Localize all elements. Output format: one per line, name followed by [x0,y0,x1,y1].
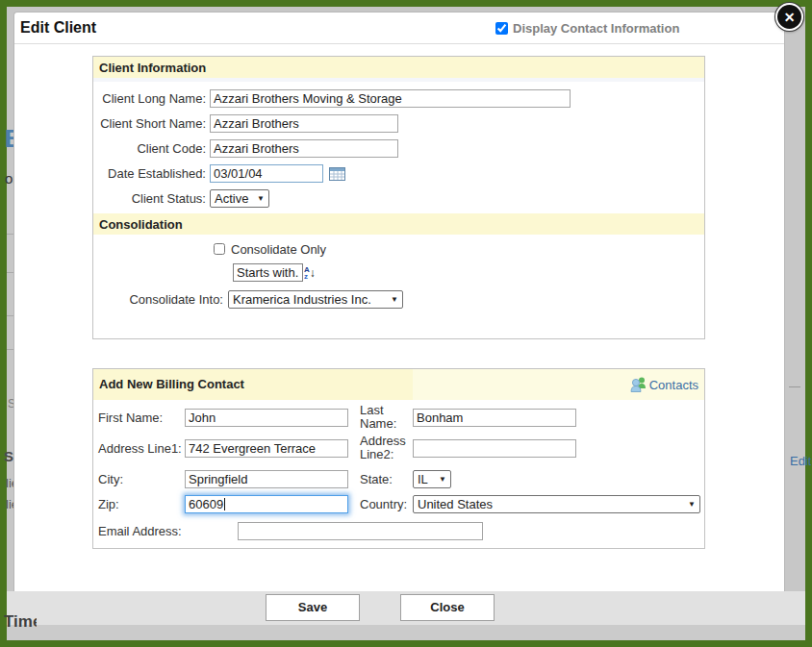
address-line1-label: Address Line1: [98,441,185,456]
date-established-row: Date Established: [98,164,704,182]
billing-contact-section: Add New Billing Contact Contacts [92,368,705,549]
first-name-label: First Name: [98,411,185,425]
first-name-input[interactable] [185,409,348,427]
client-status-value: Active [215,191,248,206]
chevron-down-icon: ▼ [439,475,446,484]
consolidate-only-checkbox[interactable] [214,243,225,255]
client-code-label: Client Code: [98,141,210,156]
address-line2-label: Address Line2: [360,435,413,461]
background-dash [789,386,800,387]
city-input[interactable] [185,470,348,488]
modal-footer-band: Save Close [7,591,805,625]
close-button[interactable]: Close [400,594,495,621]
consolidation-header: Consolidation [93,213,704,235]
state-select[interactable]: IL ▼ [413,470,451,488]
text-cursor [224,498,225,510]
consolidate-into-select[interactable]: Kramerica Industries Inc. ▼ [228,290,403,309]
calendar-icon[interactable] [329,166,345,181]
background-time-heading: Time [4,612,37,632]
contacts-link[interactable]: Contacts [629,376,698,392]
client-status-label: Client Status: [98,191,210,206]
app-viewport: Br on S Sta lie lie Edit Save Close Time… [0,0,812,647]
address-line2-input[interactable] [413,439,576,458]
starts-with-input[interactable] [233,263,303,282]
city-label: City: [98,472,185,486]
country-select[interactable]: United States ▼ [413,495,700,513]
country-value: United States [418,497,493,511]
billing-contact-header-right: Contacts [413,369,704,400]
close-icon: ✕ [784,10,796,25]
consolidate-into-label: Consolidate Into: [93,292,228,307]
state-label: State: [360,473,413,486]
address-row: Address Line1: Address Line2: [98,435,576,461]
consolidate-into-row: Consolidate Into: Kramerica Industries I… [93,290,704,309]
client-information-header: Client Information [93,57,704,78]
last-name-label: Last Name: [360,404,413,431]
email-label: Email Address: [98,524,238,538]
contacts-link-label: Contacts [649,378,698,392]
zip-value: 60609 [189,497,223,511]
dialog-close-button[interactable]: ✕ [775,3,803,31]
display-contact-option: Display Contact Information [495,21,679,36]
date-established-label: Date Established: [98,166,210,181]
client-status-select[interactable]: Active ▼ [210,189,269,208]
consolidate-only-label: Consolidate Only [231,242,326,257]
chevron-down-icon: ▼ [391,295,398,304]
background-edit-link: Edit [790,454,811,468]
client-long-name-row: Client Long Name: [98,89,704,107]
dialog-title: Edit Client [20,19,96,37]
display-contact-checkbox[interactable] [495,22,508,35]
client-information-section: Client Information Client Long Name: Cli… [92,56,705,339]
client-long-name-input[interactable] [210,89,571,108]
address-line1-input[interactable] [185,439,348,458]
dialog-header: Edit Client Display Contact Information [14,12,784,44]
date-established-input[interactable] [210,164,323,183]
save-button[interactable]: Save [266,594,360,621]
email-row: Email Address: [98,522,483,540]
client-long-name-label: Client Long Name: [98,91,210,106]
zip-country-row: Zip: 60609 Country: United States ▼ [98,495,700,513]
email-input[interactable] [238,522,483,540]
client-short-name-label: Client Short Name: [98,116,210,131]
client-short-name-row: Client Short Name: [98,114,704,132]
background-bottom-strip [7,625,805,640]
zip-input[interactable]: 60609 [185,495,348,513]
name-row: First Name: Last Name: [98,404,576,431]
billing-contact-title: Add New Billing Contact [93,369,413,400]
chevron-down-icon: ▼ [688,500,696,509]
state-value: IL [418,472,428,486]
client-code-input[interactable] [210,139,398,158]
country-label: Country: [360,498,413,511]
billing-contact-header: Add New Billing Contact Contacts [93,369,704,400]
sort-az-icon[interactable]: A z ↓ [304,266,316,280]
consolidate-into-value: Kramerica Industries Inc. [233,292,371,307]
last-name-input[interactable] [413,409,576,427]
client-status-row: Client Status: Active ▼ [98,189,704,207]
client-code-row: Client Code: [98,139,704,157]
contacts-icon [629,376,648,392]
display-contact-label: Display Contact Information [513,21,679,36]
starts-with-row: A z ↓ [233,263,704,282]
section-divider [93,78,704,82]
sort-down-arrow: ↓ [310,266,316,280]
chevron-down-icon: ▼ [257,194,265,203]
client-short-name-input[interactable] [210,114,398,133]
edit-client-dialog: Edit Client Display Contact Information … [13,12,785,591]
zip-label: Zip: [98,497,185,511]
city-state-row: City: State: IL ▼ [98,470,451,488]
consolidate-only-row: Consolidate Only [214,241,704,257]
